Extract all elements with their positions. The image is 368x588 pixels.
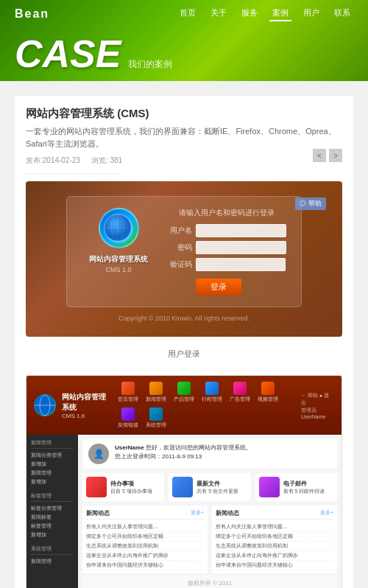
logo: Bean [15,7,49,21]
news-col-1-more[interactable]: 更多+ [191,509,204,517]
dash-greeting: 您好，欢迎访问您的网站内容管理系统。 [146,444,252,451]
news-item-1-2: 生态系统从调整政策到信用机制 [86,542,204,551]
stat-card-todo: 待办事项 目前 5 项待办事项 [82,473,164,501]
dash-nav-ads-label: 广告管理 [230,396,250,403]
nav-home[interactable]: 首页 [177,6,199,21]
products-nav-icon [177,382,191,395]
dash-header-user: 管理员 UserName [301,407,334,419]
cms-version: CMS 1.0 [105,266,131,273]
dash-nav-system[interactable]: 系统管理 [143,406,169,430]
cms-logo-inner [104,214,133,243]
dash-nav-links[interactable]: 友情链接 [115,406,141,430]
news-item-1-3: 这家企业从未停止向海外推广的脚步 [86,551,204,561]
sidebar-link-news-add2[interactable]: 新增加 [31,477,74,486]
prev-arrow[interactable]: < [313,149,326,162]
username-row: 用户名 [166,224,286,237]
dash-nav-products[interactable]: 产品管理 [171,380,197,405]
sidebar-link-tag-add[interactable]: 新增加 [31,531,74,539]
news-col-1: 新闻动态 更多+ 所有人均关注新人事管理问题… 绑定多个公司开始组织各地区定额 … [82,505,208,574]
help-link[interactable]: ◎ 帮助 [295,197,326,210]
email-icon [259,477,280,497]
nav-users[interactable]: 用户 [300,6,322,21]
news-col-2-header: 新闻动态 更多+ [216,509,333,519]
dash-nav-system-label: 系统管理 [146,421,166,429]
nav-contact[interactable]: 联系 [331,6,353,21]
captcha-row: 验证码 [166,258,286,271]
dash-nav-news[interactable]: 新闻管理 [143,380,169,405]
todo-icon [86,477,107,497]
header-top: Bean 首页 关于 服务 案例 用户 联系 [0,0,368,27]
dash-nav-schedule-label: 行程管理 [202,396,222,403]
email-text: 电子邮件 新有 5 封邮件待读 [283,480,325,495]
username-label: 用户名 [166,225,192,236]
captcha-input[interactable] [196,258,286,271]
sidebar-link-news-add1[interactable]: 新增加 [31,460,74,469]
system-nav-icon [149,407,163,421]
dash-header: 网站内容管理系统 CMS 1.6 首页管理 新闻管理 产品管理 [26,376,342,435]
cms-section-desc: 一套专业的网站内容管理系统，我们的界面兼容：截断IE、Firefox、Chrom… [26,125,342,150]
password-row: 密码 [166,241,286,254]
login-copyright: Copyright © 2010 Kinwio. All rights rese… [118,315,250,322]
page-title: CASE [15,35,121,73]
dash-header-controls: ← 帮助 ● 退出 [301,392,334,407]
sidebar-section-tags-title: 标签管理 [31,492,74,502]
links-nav-icon [121,407,135,421]
header: Bean 首页 关于 服务 案例 用户 联系 CASE 我们的案例 [0,0,368,81]
username-input[interactable] [196,224,286,237]
password-label: 密码 [166,242,192,253]
sidebar-link-news-category[interactable]: 新闻分类管理 [31,451,74,460]
dash-nav-video[interactable]: 视频管理 [255,380,281,405]
todo-text: 待办事项 目前 5 项待办事项 [110,480,152,495]
dash-nav-schedule[interactable]: 行程管理 [199,380,225,405]
dash-nav-links-label: 友情链接 [118,421,138,429]
sidebar-link-tag-manage[interactable]: 标签管理 [31,522,74,531]
dash-stats: 待办事项 目前 5 项待办事项 最新文件 共有 5 份文件更新 [82,473,337,501]
sidebar-link-news-manage[interactable]: 新闻管理 [31,469,74,477]
video-nav-icon [261,382,275,395]
sidebar-section-news-title: 新闻管理 [31,439,74,449]
dash-news-section: 新闻动态 更多+ 所有人均关注新人事管理问题… 绑定多个公司开始组织各地区定额 … [82,505,337,574]
dash-nav-home[interactable]: 首页管理 [115,380,141,405]
files-title: 最新文件 [197,480,238,488]
captcha-label: 验证码 [166,259,192,270]
stat-card-files: 最新文件 共有 5 份文件更新 [169,473,250,501]
dash-nav-ads[interactable]: 广告管理 [227,380,253,405]
news-item-2-2: 生态系统从调整政策到信用机制 [216,542,333,551]
sidebar-section-system-title: 系统管理 [31,545,74,555]
news-col-2-more[interactable]: 更多+ [320,509,333,517]
sidebar-link-tag-news[interactable]: 新闻标签 [31,513,74,522]
schedule-nav-icon [205,382,219,395]
ads-nav-icon [233,382,247,395]
cms-logo [99,208,139,248]
page-title-area: CASE 我们的案例 [0,27,368,80]
login-button[interactable]: 登录 [196,279,241,295]
dash-nav-news-label: 新闻管理 [146,396,166,403]
main-nav: 首页 关于 服务 案例 用户 联系 [177,6,353,21]
cms-views: 浏览: 381 [91,155,122,166]
email-subtitle: 新有 5 封邮件待读 [283,488,325,495]
news-item-1-0: 所有人均关注新人事管理问题… [86,522,204,532]
dash-title-main: 网站内容管理系统 [62,392,109,413]
news-item-2-1: 绑定多个公司开始组织各地区定额 [216,532,333,542]
sidebar-link-system-news[interactable]: 新闻管理 [31,557,74,566]
todo-title: 待办事项 [110,480,152,488]
news-item-2-4: 份申请来自中国问题经济关键核心 [216,561,333,570]
password-input[interactable] [196,241,286,254]
sidebar-link-tag-category[interactable]: 标签分类管理 [31,504,74,513]
files-text: 最新文件 共有 5 份文件更新 [197,480,238,495]
nav-case[interactable]: 案例 [269,6,291,21]
dash-sidebar: 新闻管理 新闻分类管理 新增加 新闻管理 新增加 标签管理 标签分类管理 新闻标… [26,435,78,588]
login-left: 网站内容管理系统 CMS 1.0 [82,208,155,295]
todo-subtitle: 目前 5 项待办事项 [110,488,152,495]
next-arrow[interactable]: > [329,149,342,162]
dash-logo [34,394,56,416]
dash-title-block: 网站内容管理系统 CMS 1.6 [62,392,109,419]
nav-services[interactable]: 服务 [238,6,261,21]
dash-nav-home-label: 首页管理 [118,396,138,403]
sidebar-section-news: 新闻管理 新闻分类管理 新增加 新闻管理 新增加 [31,439,74,486]
cms-title-cn: 网站内容管理系统 [89,254,148,264]
nav-about[interactable]: 关于 [208,6,230,21]
news-col-2: 新闻动态 更多+ 所有人均关注新人事管理问题… 绑定多个公司开始组织各地区定额 … [212,505,337,574]
login-prompt: 请输入用户名和密码进行登录 [166,208,286,218]
page-subtitle: 我们的案例 [128,58,172,71]
